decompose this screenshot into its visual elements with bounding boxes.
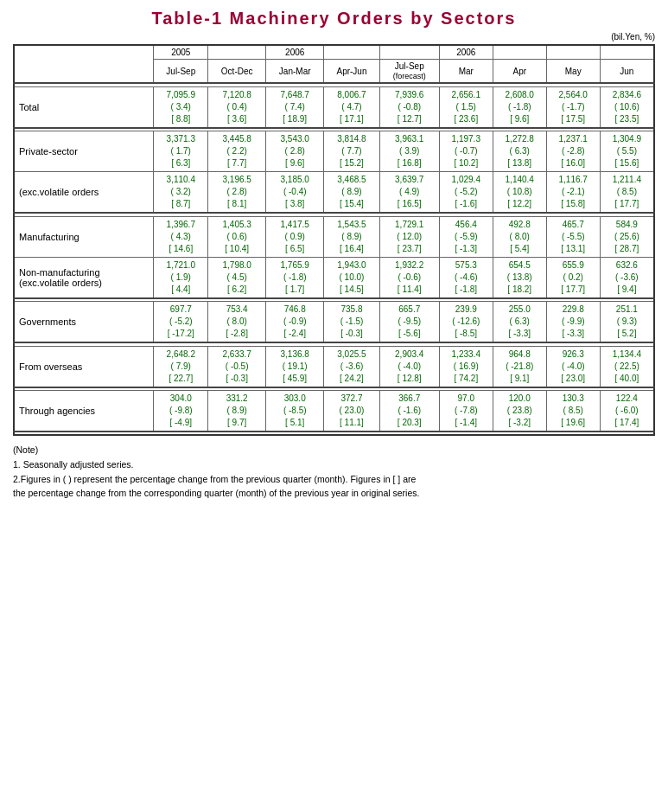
data-cell: 753.4( 8.0)[ -2.8] xyxy=(208,302,266,343)
col-oct-dec-header xyxy=(208,45,266,60)
data-cell: 456.4( -5.9)[ -1.3] xyxy=(439,216,493,257)
data-cell: 2,656.1( 1.5)[ 23.6] xyxy=(439,86,493,128)
table-row: Governments697.7( -5.2)[ -17.2]753.4( 8.… xyxy=(14,302,654,343)
col-oct-dec: Oct-Dec xyxy=(208,60,266,84)
data-cell: 2,648.2( 7.9)[ 22.7] xyxy=(154,346,208,387)
table-row: From overseas2,648.2( 7.9)[ 22.7]2,633.7… xyxy=(14,346,654,387)
data-cell: 1,943.0( 10.0)[ 14.5] xyxy=(324,257,379,298)
data-cell: 575.3( -4.6)[ -1.8] xyxy=(439,257,493,298)
notes-section: (Note) 1. Seasonally adjusted series. 2.… xyxy=(13,443,655,501)
col-jul-sep-fc: Jul-Sep (forecast) xyxy=(379,60,439,84)
data-cell: 1,211.4( 8.5)[ 17.7] xyxy=(600,172,654,214)
data-cell: 120.0( 23.8)[ -3.2] xyxy=(493,391,546,432)
row-label-private: Private-sector xyxy=(14,131,154,172)
data-cell: 331.2( 8.9)[ 9.7] xyxy=(208,391,266,432)
col-apr-jun: Apr-Jun xyxy=(324,60,379,84)
row-label-through_agencies: Through agencies xyxy=(14,391,154,432)
data-cell: 1,116.7( -2.1)[ 15.8] xyxy=(546,172,600,214)
page-title: Table-1 Machinery Orders by Sectors xyxy=(13,9,655,29)
col-year-2005: 2005 xyxy=(154,45,208,60)
col-apr: Apr xyxy=(493,60,546,84)
data-cell: 584.9( 25.6)[ 28.7] xyxy=(600,216,654,257)
col-jan-mar: Jan-Mar xyxy=(266,60,324,84)
header-row: 2005 2006 2006 xyxy=(14,45,654,60)
data-cell: 304.0( -9.8)[ -4.9] xyxy=(154,391,208,432)
data-cell: 3,543.0( 2.8)[ 9.6] xyxy=(266,131,324,172)
data-cell: 255.0( 6.3)[ -3.3] xyxy=(493,302,546,343)
data-cell: 3,639.7( 4.9)[ 16.5] xyxy=(379,172,439,214)
data-cell: 372.7( 23.0)[ 11.1] xyxy=(324,391,379,432)
separator-row xyxy=(14,432,654,435)
data-cell: 122.4( -6.0)[ 17.4] xyxy=(600,391,654,432)
row-label-total: Total xyxy=(14,86,154,128)
data-cell: 1,140.4( 10.8)[ 12.2] xyxy=(493,172,546,214)
data-cell: 1,932.2( -0.6)[ 11.4] xyxy=(379,257,439,298)
data-cell: 1,729.1( 12.0)[ 23.7] xyxy=(379,216,439,257)
data-cell: 1,417.5( 0.9)[ 6.5] xyxy=(266,216,324,257)
data-cell: 655.9( 0.2)[ 17.7] xyxy=(546,257,600,298)
data-cell: 130.3( 8.5)[ 19.6] xyxy=(546,391,600,432)
row-label-exc_volatile: (exc.volatile orders xyxy=(14,172,154,214)
data-cell: 735.8( -1.5)[ -0.3] xyxy=(324,302,379,343)
data-cell: 1,798.0( 4.5)[ 6.2] xyxy=(208,257,266,298)
data-cell: 7,095.9( 3.4)[ 8.8] xyxy=(154,86,208,128)
data-cell: 303.0( -8.5)[ 5.1] xyxy=(266,391,324,432)
data-cell: 3,963.1( 3.9)[ 16.8] xyxy=(379,131,439,172)
data-cell: 2,903.4( -4.0)[ 12.8] xyxy=(379,346,439,387)
col-apr-header xyxy=(493,45,546,60)
data-cell: 665.7( -9.5)[ -5.6] xyxy=(379,302,439,343)
data-cell: 3,196.5( 2.8)[ 8.1] xyxy=(208,172,266,214)
unit-note: (bil.Yen, %) xyxy=(13,32,655,42)
data-cell: 465.7( -5.5)[ 13.1] xyxy=(546,216,600,257)
note-3: the percentage change from the correspon… xyxy=(13,486,655,501)
data-cell: 3,445.8( 2.2)[ 7.7] xyxy=(208,131,266,172)
data-cell: 926.3( -4.0)[ 23.0] xyxy=(546,346,600,387)
data-cell: 3,025.5( -3.6)[ 24.2] xyxy=(324,346,379,387)
data-cell: 632.6( -3.6)[ 9.4] xyxy=(600,257,654,298)
data-cell: 229.8( -9.9)[ -3.3] xyxy=(546,302,600,343)
data-cell: 2,564.0( -1.7)[ 17.5] xyxy=(546,86,600,128)
label-col-header xyxy=(14,45,154,83)
data-cell: 2,608.0( -1.8)[ 9.6] xyxy=(493,86,546,128)
note-2: 2.Figures in ( ) represent the percentag… xyxy=(13,472,655,487)
table-row: Manufacturing1,396.7( 4.3)[ 14.6]1,405.3… xyxy=(14,216,654,257)
data-table: 2005 2006 2006 Jul-Sep xyxy=(13,44,655,436)
note-1: 1. Seasonally adjusted series. xyxy=(13,457,655,472)
data-cell: 964.8( -21.8)[ 9.1] xyxy=(493,346,546,387)
data-cell: 1,304.9( 5.5)[ 15.6] xyxy=(600,131,654,172)
col-apr-jun-header xyxy=(324,45,379,60)
data-cell: 3,468.5( 8.9)[ 15.4] xyxy=(324,172,379,214)
data-cell: 2,633.7( -0.5)[ -0.3] xyxy=(208,346,266,387)
data-cell: 697.7( -5.2)[ -17.2] xyxy=(154,302,208,343)
data-cell: 1,029.4( -5.2)[ -1.6] xyxy=(439,172,493,214)
row-label-non_manufacturing: Non-manufacturing (exc.volatile orders) xyxy=(14,257,154,298)
table-row: Total7,095.9( 3.4)[ 8.8]7,120.8( 0.4)[ 3… xyxy=(14,86,654,128)
col-jul-sep-header xyxy=(379,45,439,60)
note-header: (Note) xyxy=(13,443,655,457)
data-cell: 1,396.7( 4.3)[ 14.6] xyxy=(154,216,208,257)
data-cell: 251.1( 9.3)[ 5.2] xyxy=(600,302,654,343)
data-cell: 1,721.0( 1.9)[ 4.4] xyxy=(154,257,208,298)
data-cell: 1,134.4( 22.5)[ 40.0] xyxy=(600,346,654,387)
data-cell: 1,233.4( 16.9)[ 74.2] xyxy=(439,346,493,387)
col-jun: Jun xyxy=(600,60,654,84)
data-cell: 239.9( -12.6)[ -8.5] xyxy=(439,302,493,343)
col-jun-header xyxy=(600,45,654,60)
row-label-manufacturing: Manufacturing xyxy=(14,216,154,257)
data-cell: 1,237.1( -2.8)[ 16.0] xyxy=(546,131,600,172)
table-row: Through agencies304.0( -9.8)[ -4.9]331.2… xyxy=(14,391,654,432)
data-cell: 3,371.3( 1.7)[ 6.3] xyxy=(154,131,208,172)
col-may-header xyxy=(546,45,600,60)
data-cell: 97.0( -7.8)[ -1.4] xyxy=(439,391,493,432)
col-year-2006b: 2006 xyxy=(439,45,493,60)
data-cell: 1,272.8( 6.3)[ 13.8] xyxy=(493,131,546,172)
data-cell: 7,120.8( 0.4)[ 3.6] xyxy=(208,86,266,128)
row-label-governments: Governments xyxy=(14,302,154,343)
row-label-from_overseas: From overseas xyxy=(14,346,154,387)
page: Table-1 Machinery Orders by Sectors (bil… xyxy=(0,0,668,812)
data-cell: 746.8( -0.9)[ -2.4] xyxy=(266,302,324,343)
col-may: May xyxy=(546,60,600,84)
data-cell: 3,136.8( 19.1)[ 45.9] xyxy=(266,346,324,387)
data-cell: 8,006.7( 4.7)[ 17.1] xyxy=(324,86,379,128)
col-mar: Mar xyxy=(439,60,493,84)
